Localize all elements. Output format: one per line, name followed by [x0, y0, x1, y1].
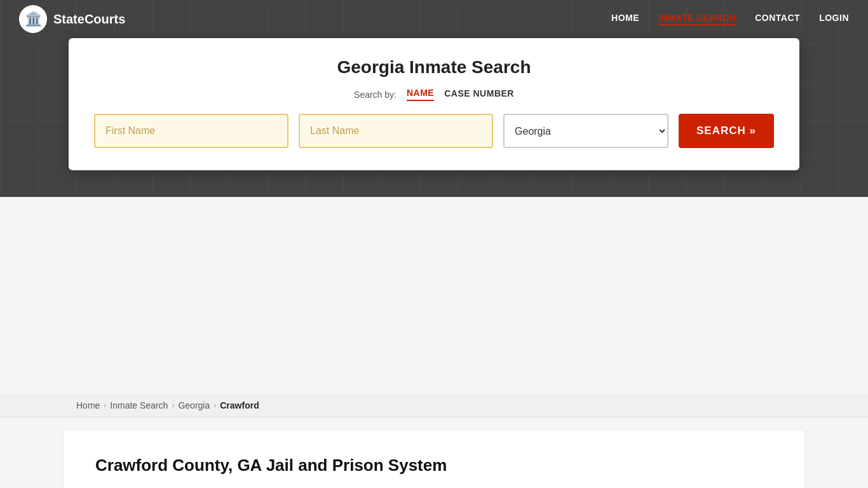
search-by-row: Search by: NAME CASE NUMBER [94, 88, 774, 101]
breadcrumb-georgia[interactable]: Georgia [178, 400, 210, 410]
breadcrumb-current: Crawford [220, 400, 259, 410]
first-name-input[interactable] [94, 114, 288, 148]
tab-name[interactable]: NAME [407, 88, 434, 101]
navbar: 🏛️ StateCourts HOME INMATE SEARCH CONTAC… [0, 0, 868, 38]
tab-case-number[interactable]: CASE NUMBER [444, 88, 514, 100]
breadcrumb-sep-3: › [214, 401, 216, 410]
nav-inmate-search[interactable]: INMATE SEARCH [658, 13, 736, 25]
search-card: Georgia Inmate Search Search by: NAME CA… [69, 38, 799, 170]
state-select[interactable]: Georgia Alabama Florida Tennessee [503, 114, 668, 148]
logo-icon: 🏛️ [19, 5, 47, 33]
logo-text: StateCourts [53, 12, 125, 27]
breadcrumb-sep-1: › [104, 401, 106, 410]
search-card-wrapper: Georgia Inmate Search Search by: NAME CA… [69, 38, 799, 170]
header: COURTHOUSE 🏛️ StateCourts HOME INMATE SE… [0, 0, 868, 197]
breadcrumb: Home › Inmate Search › Georgia › Crawfor… [0, 394, 868, 417]
breadcrumb-inmate-search[interactable]: Inmate Search [110, 400, 168, 410]
logo-link[interactable]: 🏛️ StateCourts [19, 5, 125, 33]
nav-home[interactable]: HOME [611, 13, 639, 25]
main-content: Crawford County, GA Jail and Prison Syst… [64, 430, 804, 488]
search-button[interactable]: SEARCH » [679, 114, 774, 148]
search-by-label: Search by: [354, 90, 397, 100]
breadcrumb-home[interactable]: Home [76, 400, 100, 410]
breadcrumb-sep-2: › [172, 401, 174, 410]
search-inputs-row: Georgia Alabama Florida Tennessee SEARCH… [94, 114, 774, 148]
nav-links: HOME INMATE SEARCH CONTACT LOGIN [611, 13, 849, 25]
search-card-title: Georgia Inmate Search [94, 57, 774, 78]
nav-contact[interactable]: CONTACT [755, 13, 800, 25]
nav-login[interactable]: LOGIN [819, 13, 849, 25]
county-title: Crawford County, GA Jail and Prison Syst… [95, 456, 773, 475]
last-name-input[interactable] [299, 114, 493, 148]
